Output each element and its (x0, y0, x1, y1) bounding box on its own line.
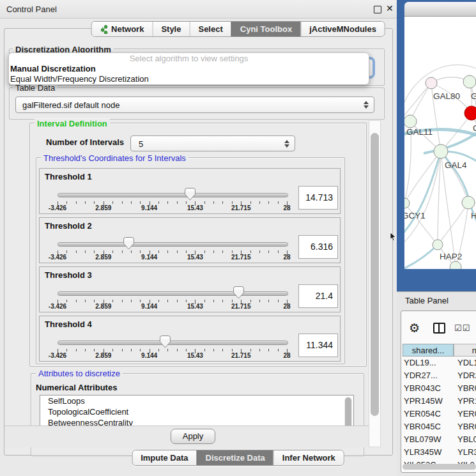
slider-tick (85, 201, 86, 204)
threshold-value-field[interactable]: 14.713 (298, 186, 338, 210)
tab-label: Impute Data (141, 450, 188, 465)
slider-tick (259, 349, 260, 351)
network-node-gal11[interactable] (404, 115, 417, 128)
attribute-item-selfloops[interactable]: SelfLoops (40, 395, 353, 406)
slider-tick-label: 21.715 (220, 204, 261, 211)
network-node-gal4[interactable] (434, 144, 448, 158)
tab-impute-data[interactable]: Impute Data (132, 450, 196, 465)
slider-tick (140, 300, 141, 302)
network-node-label: GA (471, 91, 476, 101)
panel-scrollbar[interactable] (369, 120, 381, 447)
slider-tick (232, 201, 233, 204)
interval-definition-label: Interval Definition (35, 119, 110, 128)
cell-name[interactable]: YDR2 (457, 369, 476, 382)
threshold-label: Threshold 3 (45, 270, 92, 280)
slider-thumb[interactable] (123, 237, 134, 250)
cell-name[interactable]: YBR0 (457, 382, 476, 395)
popup-item-manual-discretization[interactable]: Manual Discretization (9, 64, 369, 74)
cell-name[interactable]: YDL1 (457, 357, 476, 369)
slider-tick (259, 250, 260, 253)
slider-tick-label: 2.859 (83, 303, 124, 310)
float-window-icon[interactable] (374, 6, 381, 13)
slider-thumb[interactable] (233, 286, 244, 299)
threshold-1-panel: Threshold 1-3.4262.8599.14415.4321.71528… (39, 168, 341, 214)
popup-item-equal-width-frequency-discretization[interactable]: Equal Width/Frequency Discretization (9, 74, 369, 84)
slider-tick (222, 201, 223, 204)
cell-shared-name[interactable]: YER054C (403, 408, 455, 420)
slider-thumb[interactable] (160, 335, 171, 348)
slider-tick-label: 9.144 (129, 352, 170, 359)
cell-shared-name[interactable]: YPR145W (403, 395, 455, 408)
attribute-item-topologicalcoefficient[interactable]: TopologicalCoefficient (40, 406, 353, 417)
threshold-slider-track[interactable] (58, 291, 288, 296)
cell-name[interactable]: YLR3 (457, 446, 476, 459)
numerical-attributes-list[interactable]: SelfLoopsTopologicalCoefficientBetweenne… (40, 395, 354, 428)
slider-tick (76, 300, 77, 302)
slider-tick-label: 21.715 (220, 254, 261, 261)
attributes-group-label: Attributes to discretize (36, 369, 123, 378)
slider-tick (177, 201, 178, 204)
threshold-slider-track[interactable] (58, 193, 288, 197)
slider-tick (177, 250, 178, 253)
column-header-shared-name[interactable]: shared... (403, 344, 454, 357)
cell-shared-name[interactable]: YLR345W (403, 446, 455, 459)
slider-tick (186, 201, 187, 204)
slider-tick (204, 250, 205, 253)
cell-shared-name[interactable]: YBL079W (403, 433, 455, 446)
threshold-value-field[interactable]: 11.344 (298, 334, 338, 357)
cell-name[interactable]: YER0 (457, 408, 476, 420)
network-node-ga[interactable] (463, 75, 476, 88)
cell-name[interactable]: YPR1 (457, 395, 476, 408)
network-node-label: H (471, 211, 476, 220)
gear-icon[interactable]: ⚙ (409, 321, 420, 335)
threshold-value-field[interactable]: 21.4 (298, 284, 338, 308)
columns-icon[interactable] (433, 323, 445, 334)
slider-tick (204, 201, 205, 204)
column-header-name[interactable]: name (454, 344, 476, 357)
slider-tick (94, 201, 95, 204)
threshold-value-field[interactable]: 6.316 (298, 235, 338, 259)
list-scrollbar[interactable] (344, 397, 352, 428)
slider-tick (222, 300, 223, 302)
slider-tick (250, 349, 251, 351)
network-canvas[interactable]: GAL80GACGAL11GAL4GCY1HHAP2 (404, 16, 476, 269)
threshold-slider-track[interactable] (58, 242, 288, 247)
cell-shared-name[interactable]: YDL19... (403, 357, 455, 369)
cell-shared-name[interactable]: YDR27... (403, 369, 455, 382)
slider-tick-label: 21.715 (220, 352, 261, 359)
slider-thumb[interactable] (185, 188, 196, 201)
cell-shared-name[interactable]: YBR043C (403, 382, 455, 395)
tab-select[interactable]: Select (189, 22, 231, 36)
slider-tick (94, 250, 95, 253)
close-icon[interactable]: ✕ (386, 3, 394, 13)
network-node-c[interactable] (464, 106, 476, 120)
cell-shared-name[interactable]: YBR045C (403, 420, 455, 433)
network-node-gcy1[interactable] (404, 198, 410, 208)
tab-discretize-data[interactable]: Discretize Data (197, 450, 273, 465)
slider-tick-label: -3.426 (37, 254, 78, 261)
slider-tick (204, 349, 205, 351)
tab-label: Select (198, 22, 222, 36)
tab-cyni-toolbox[interactable]: Cyni Toolbox (231, 22, 300, 36)
cell-name[interactable]: YBL0 (457, 433, 476, 446)
slider-tick-label: 15.43 (174, 303, 215, 310)
checkbox-pair-icon[interactable]: ☑☑ (454, 323, 470, 333)
tab-infer-network[interactable]: Infer Network (273, 450, 344, 465)
apply-button[interactable]: Apply (171, 429, 215, 444)
network-node-label: GAL80 (433, 91, 460, 101)
network-node-label: GCY1 (404, 211, 426, 220)
network-node-gal80[interactable] (426, 77, 437, 89)
tab-label: Cyni Toolbox (240, 22, 292, 36)
slider-tick (213, 300, 214, 302)
slider-tick-label: -3.426 (37, 204, 78, 211)
panel-scrollbar-thumb[interactable] (371, 133, 379, 416)
threshold-slider-track[interactable] (58, 341, 288, 345)
slider-tick (131, 300, 132, 302)
network-node-hap2[interactable] (433, 240, 443, 250)
cell-name[interactable]: YBR0 (457, 420, 476, 433)
table-horizontal-scrollbar[interactable] (403, 464, 476, 470)
tab-jactivemnodules[interactable]: jActiveMNodules (300, 22, 385, 36)
tab-network[interactable]: Network (91, 22, 152, 36)
tab-style[interactable]: Style (152, 22, 189, 36)
network-node-h[interactable] (462, 196, 475, 209)
